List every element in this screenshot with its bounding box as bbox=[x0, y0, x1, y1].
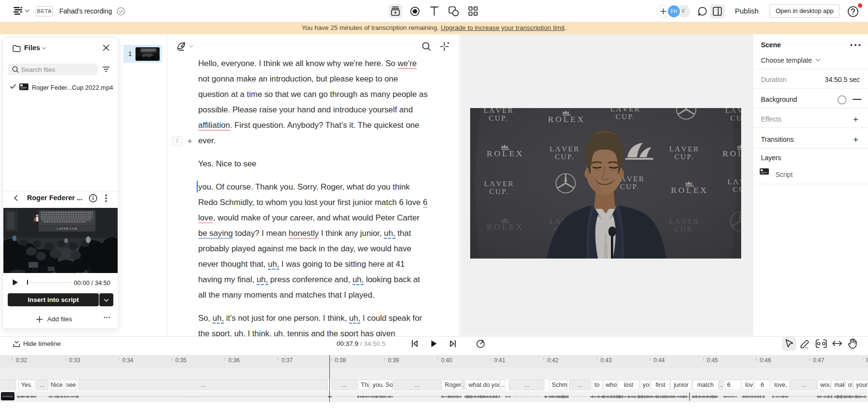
svg-text:LAVER CUP: LAVER CUP bbox=[57, 227, 77, 231]
